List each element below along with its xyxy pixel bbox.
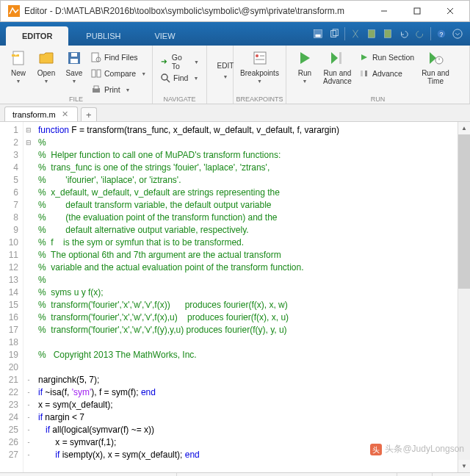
svg-rect-6 [316,35,321,37]
fold-gutter[interactable]: ⊟⊟------- [24,122,34,472]
svg-text:+: + [15,52,18,57]
run-icon [297,50,313,66]
goto-icon [160,57,169,67]
close-tab-icon[interactable]: ✕ [62,109,68,119]
find-files-button[interactable]: Find Files [88,50,149,65]
breakpoints-button[interactable]: Breakpoints▼ [238,48,281,85]
svg-rect-23 [97,70,101,77]
svg-point-29 [256,54,258,57]
run-section-icon [359,52,369,62]
file-tab-bar: transform.m ✕ + [0,104,470,122]
run-advance-icon [329,50,345,66]
run-time-button[interactable]: Run and Time [417,48,454,87]
group-label-file: FILE [0,95,152,103]
ribbon-tabstrip: EDITOR PUBLISH VIEW ? [0,22,470,46]
scroll-thumb[interactable] [458,134,470,289]
new-file-icon: + [10,50,26,66]
breakpoints-icon [252,50,268,66]
svg-rect-19 [71,53,77,57]
tab-editor[interactable]: EDITOR [6,26,68,46]
tab-publish[interactable]: PUBLISH [70,26,137,46]
qat-paste-icon[interactable] [364,26,380,42]
svg-point-13 [453,29,462,38]
svg-text:?: ? [440,31,444,38]
svg-rect-2 [414,8,420,14]
run-button[interactable]: Run▼ [291,48,319,85]
svg-rect-28 [254,52,266,64]
group-label-breakpoints: BREAKPOINTS [234,95,286,103]
title-bar: Editor - D:\MATLAB\R2016b\toolbox\symbol… [0,0,470,22]
svg-rect-10 [385,30,391,38]
tab-view[interactable]: VIEW [138,26,191,46]
code-editor[interactable]: 1234567891011121314151617181920212223242… [0,122,470,472]
code-area[interactable]: function F = transform(trans_func, x_def… [34,122,458,472]
qat-redo-icon[interactable] [412,26,428,42]
quick-access-toolbar: ? [310,26,466,42]
line-number-gutter: 1234567891011121314151617181920212223242… [0,122,24,472]
advance-icon [359,68,369,79]
save-icon [66,50,82,66]
find-button[interactable]: Find▼ [157,71,202,85]
vertical-scrollbar[interactable]: ▲ ▼ [458,122,470,472]
qat-undo-icon[interactable] [396,26,412,42]
advance-button[interactable]: Advance [356,66,417,81]
window-title: Editor - D:\MATLAB\R2016b\toolbox\symbol… [24,6,367,16]
ribbon: + New▼ Open▼ Save▼ Find Files Compare▼ P… [0,46,470,104]
status-function: transform [176,473,294,476]
run-section-button[interactable]: Run Section [356,50,417,65]
svg-rect-22 [92,70,95,77]
qat-save-icon[interactable] [310,26,326,42]
file-tab[interactable]: transform.m ✕ [4,107,78,121]
qat-help-icon[interactable]: ? [433,26,449,42]
minimize-button[interactable] [367,1,400,21]
maximize-button[interactable] [400,1,433,21]
run-advance-button[interactable]: Run and Advance [319,48,356,87]
qat-paste2-icon[interactable] [380,26,396,42]
qat-dropdown-icon[interactable] [449,26,466,42]
group-label-run: RUN [286,95,469,103]
close-button[interactable] [433,1,466,21]
svg-rect-9 [369,30,375,38]
save-button[interactable]: Save▼ [60,48,88,85]
svg-rect-34 [365,71,367,76]
qat-copy-icon[interactable] [326,26,342,42]
goto-button[interactable]: Go To▼ [157,54,202,69]
print-button[interactable]: Print▼ [88,82,149,97]
open-button[interactable]: Open▼ [32,48,60,85]
scroll-up-icon[interactable]: ▲ [458,122,470,134]
status-col: Col 20 [432,473,470,476]
status-bar: transform Ln 54 Col 20 [0,472,470,476]
find-files-icon [91,52,101,62]
run-time-icon [427,50,444,66]
compare-icon [91,68,101,79]
svg-rect-33 [361,71,363,76]
group-label-navigate: NAVIGATE [153,95,206,103]
app-logo-icon [8,5,20,17]
svg-line-27 [167,79,170,82]
qat-cut-icon[interactable] [347,26,364,42]
print-icon [91,84,101,95]
new-button[interactable]: + New▼ [4,48,32,85]
open-folder-icon [38,50,54,66]
find-icon [160,73,170,83]
svg-rect-32 [339,52,341,64]
scroll-down-icon[interactable]: ▼ [458,460,470,472]
compare-button[interactable]: Compare▼ [88,66,149,81]
status-line: Ln 54 [397,473,432,476]
add-tab-button[interactable]: + [81,107,97,121]
svg-rect-18 [70,59,78,63]
svg-point-26 [162,74,167,80]
svg-rect-25 [94,86,98,89]
